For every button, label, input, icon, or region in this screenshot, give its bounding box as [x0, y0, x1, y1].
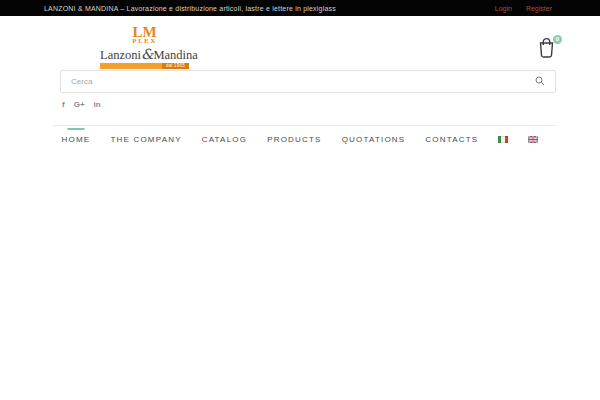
logo-since-label: dal 1965: [162, 63, 189, 69]
top-bar: LANZONI & MANDINA – Lavorazione e distri…: [0, 0, 600, 16]
nav-item-products[interactable]: PRODUCTS: [267, 135, 322, 144]
cart-count-badge: 0: [553, 35, 562, 44]
logo-company-name: Lanzoni&Mandina: [100, 47, 189, 62]
social-links: f G+ in: [62, 99, 101, 111]
nav-item-catalog[interactable]: CATALOG: [202, 135, 247, 144]
logo-name-second: Mandina: [153, 48, 197, 62]
language-english-flag-icon[interactable]: [528, 136, 538, 143]
login-link[interactable]: Login: [495, 5, 512, 12]
nav-item-home-label: HOME: [62, 135, 91, 144]
account-links: Login Register: [495, 5, 552, 12]
nav-item-quotations[interactable]: QUOTATIONS: [342, 135, 406, 144]
logo-orange-banner: dal 1965: [100, 63, 189, 69]
main-navigation: HOME THE COMPANY CATALOG PRODUCTS QUOTAT…: [0, 135, 600, 144]
logo-plex-text: PLEX: [100, 38, 189, 45]
nav-item-home[interactable]: HOME: [62, 135, 91, 144]
search-input[interactable]: [61, 71, 525, 92]
site-tagline: LANZONI & MANDINA – Lavorazione e distri…: [44, 5, 336, 12]
active-tab-indicator: [68, 128, 85, 130]
register-link[interactable]: Register: [526, 5, 552, 12]
shopping-bag-icon: [537, 44, 556, 61]
nav-divider: [53, 125, 556, 126]
search-icon: [535, 74, 545, 89]
page: LANZONI & MANDINA – Lavorazione e distri…: [0, 0, 600, 400]
cart-button[interactable]: 0: [537, 37, 559, 59]
search-submit-button[interactable]: [525, 74, 555, 89]
language-italian-flag-icon[interactable]: [498, 136, 508, 143]
search-bar: [60, 70, 556, 93]
linkedin-icon[interactable]: in: [94, 99, 101, 111]
logo-name-first: Lanzoni: [100, 48, 141, 62]
logo-ampersand: &: [141, 46, 153, 62]
google-plus-icon[interactable]: G+: [74, 99, 85, 111]
facebook-icon[interactable]: f: [62, 99, 65, 111]
nav-item-contacts[interactable]: CONTACTS: [425, 135, 478, 144]
nav-item-the-company[interactable]: THE COMPANY: [110, 135, 181, 144]
site-logo[interactable]: LM PLEX Lanzoni&Mandina dal 1965: [100, 26, 189, 69]
